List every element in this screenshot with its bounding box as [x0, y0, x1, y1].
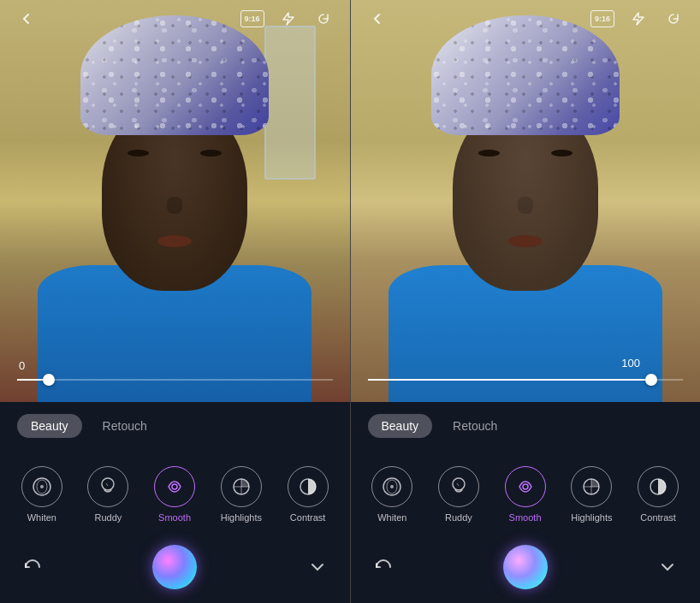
slider-thumb-left[interactable]	[43, 374, 55, 386]
aspect-ratio-badge[interactable]: 9:16	[240, 10, 264, 27]
svg-point-11	[453, 478, 465, 490]
tool-label-ruddy-left: Ruddy	[95, 512, 122, 523]
holo-ball-right[interactable]	[503, 545, 548, 589]
aspect-ratio-badge-right[interactable]: 9:16	[590, 10, 614, 27]
right-panel: 9:16 100	[351, 0, 701, 603]
tool-label-contrast-right: Contrast	[640, 512, 676, 523]
tool-label-ruddy-right: Ruddy	[445, 512, 472, 523]
svg-point-10	[390, 485, 394, 488]
svg-line-4	[106, 483, 108, 486]
svg-point-5	[172, 484, 177, 489]
smooth-icon-left	[154, 466, 195, 507]
tool-label-whiten-left: Whiten	[27, 512, 56, 523]
highlights-icon-left	[221, 466, 262, 507]
left-panel: 9:16 0 B	[0, 0, 350, 603]
whiten-icon-right	[371, 466, 412, 507]
tool-whiten-right[interactable]: Whiten	[371, 466, 412, 523]
left-bottom-actions	[0, 535, 350, 603]
window-detail	[264, 26, 316, 180]
slider-value-right: 100	[621, 357, 640, 369]
tool-label-highlights-right: Highlights	[571, 512, 612, 523]
contrast-icon-right	[638, 466, 679, 507]
contrast-icon-left	[288, 466, 329, 507]
right-photo: 9:16 100	[351, 0, 701, 402]
tab-beauty-right[interactable]: Beauty	[368, 414, 433, 438]
tool-label-contrast-left: Contrast	[290, 512, 326, 523]
slider-track-left[interactable]	[17, 379, 333, 381]
chevron-down-icon-right[interactable]	[652, 552, 683, 582]
tool-whiten-left[interactable]: Whiten	[21, 466, 62, 523]
left-tools-row: Whiten Ruddy	[0, 445, 350, 535]
right-tools-row: Whiten Ruddy	[351, 445, 701, 535]
slider-value-left: 0	[19, 359, 25, 372]
holo-ball-left[interactable]	[152, 545, 197, 589]
svg-point-3	[102, 478, 114, 490]
left-bottom-area: Beauty Retouch Whiten	[0, 402, 350, 603]
back-icon-right[interactable]	[365, 6, 390, 32]
svg-line-12	[457, 483, 459, 486]
left-tabs: Beauty Retouch	[0, 402, 350, 445]
slider-track-right[interactable]	[368, 379, 684, 381]
tool-highlights-right[interactable]: Highlights	[571, 466, 612, 523]
tool-label-whiten-right: Whiten	[377, 512, 406, 523]
right-tabs: Beauty Retouch	[351, 402, 701, 445]
tool-label-smooth-right: Smooth	[509, 512, 542, 523]
tab-retouch-left[interactable]: Retouch	[89, 414, 161, 438]
left-top-bar: 9:16	[0, 0, 350, 38]
left-photo: 9:16 0	[0, 0, 350, 402]
flash-icon[interactable]	[275, 6, 300, 32]
rotate-icon-right[interactable]	[661, 6, 686, 32]
rotate-icon[interactable]	[311, 6, 336, 32]
ruddy-icon-left	[87, 466, 128, 507]
slider-thumb-right[interactable]	[645, 374, 657, 386]
slider-fill-right	[368, 379, 652, 381]
top-right-icons: 9:16	[240, 6, 336, 32]
tool-ruddy-right[interactable]: Ruddy	[438, 466, 479, 523]
flash-icon-right[interactable]	[625, 6, 650, 32]
tab-retouch-right[interactable]: Retouch	[439, 414, 511, 438]
tool-smooth-right[interactable]: Smooth	[505, 466, 546, 523]
right-top-bar: 9:16	[351, 0, 701, 38]
tool-ruddy-left[interactable]: Ruddy	[87, 466, 128, 523]
top-right-icons-right: 9:16	[590, 6, 686, 32]
svg-point-2	[40, 485, 44, 488]
tool-contrast-right[interactable]: Contrast	[638, 466, 679, 523]
back-icon[interactable]	[14, 6, 39, 32]
tool-label-smooth-left: Smooth	[158, 512, 191, 523]
tool-smooth-left[interactable]: Smooth	[154, 466, 195, 523]
reset-icon-right[interactable]	[368, 552, 399, 582]
tool-label-highlights-left: Highlights	[221, 512, 262, 523]
tab-beauty-left[interactable]: Beauty	[17, 414, 82, 438]
smooth-icon-right	[505, 466, 546, 507]
ruddy-icon-right	[438, 466, 479, 507]
tool-contrast-left[interactable]: Contrast	[288, 466, 329, 523]
tool-highlights-left[interactable]: Highlights	[221, 466, 262, 523]
whiten-icon-left	[21, 466, 62, 507]
svg-point-13	[523, 484, 528, 489]
highlights-icon-right	[571, 466, 612, 507]
right-bottom-area: Beauty Retouch Whiten	[351, 402, 701, 603]
chevron-down-icon-left[interactable]	[302, 552, 333, 582]
right-bottom-actions	[351, 535, 701, 603]
reset-icon-left[interactable]	[17, 552, 48, 582]
